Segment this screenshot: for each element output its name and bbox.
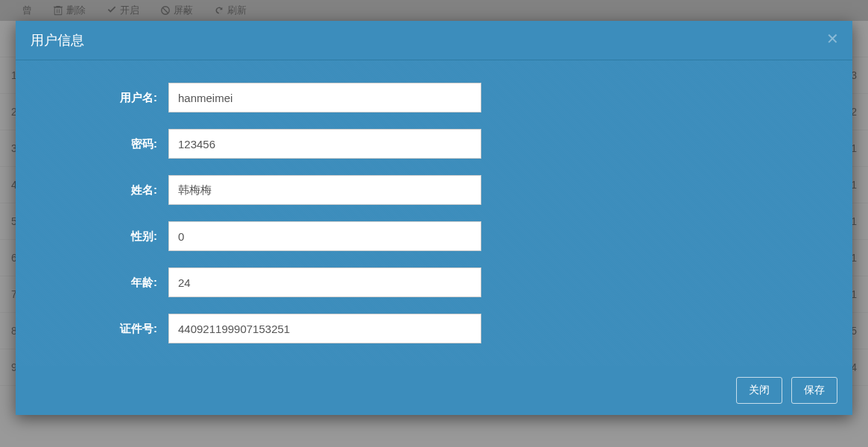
age-input[interactable] <box>168 267 481 297</box>
close-icon[interactable]: ✕ <box>826 31 839 46</box>
password-input[interactable] <box>168 129 481 159</box>
name-label: 姓名: <box>53 183 168 197</box>
modal-title: 用户信息 <box>31 33 84 48</box>
name-input[interactable] <box>168 175 481 205</box>
form-row-gender: 性别: <box>53 221 778 251</box>
form-row-password: 密码: <box>53 129 778 159</box>
form-row-age: 年龄: <box>53 267 778 297</box>
password-label: 密码: <box>53 137 168 151</box>
form-row-username: 用户名: <box>53 83 778 112</box>
close-button[interactable]: 关闭 <box>736 377 782 404</box>
form-row-name: 姓名: <box>53 175 778 205</box>
modal-overlay: 用户信息 ✕ 用户名: 密码: 姓名: 性别: 年龄: <box>0 0 868 447</box>
form-row-idnumber: 证件号: <box>53 314 778 343</box>
gender-input[interactable] <box>168 221 481 251</box>
modal-footer: 关闭 保存 <box>16 366 852 415</box>
user-info-modal: 用户信息 ✕ 用户名: 密码: 姓名: 性别: 年龄: <box>16 21 852 415</box>
username-label: 用户名: <box>53 91 168 105</box>
idnumber-input[interactable] <box>168 314 481 343</box>
gender-label: 性别: <box>53 229 168 244</box>
username-input[interactable] <box>168 83 481 112</box>
save-button[interactable]: 保存 <box>791 377 837 404</box>
age-label: 年龄: <box>53 276 168 290</box>
modal-body: 用户名: 密码: 姓名: 性别: 年龄: 证件号: <box>16 60 852 366</box>
idnumber-label: 证件号: <box>53 322 168 336</box>
modal-header: 用户信息 <box>16 21 852 60</box>
